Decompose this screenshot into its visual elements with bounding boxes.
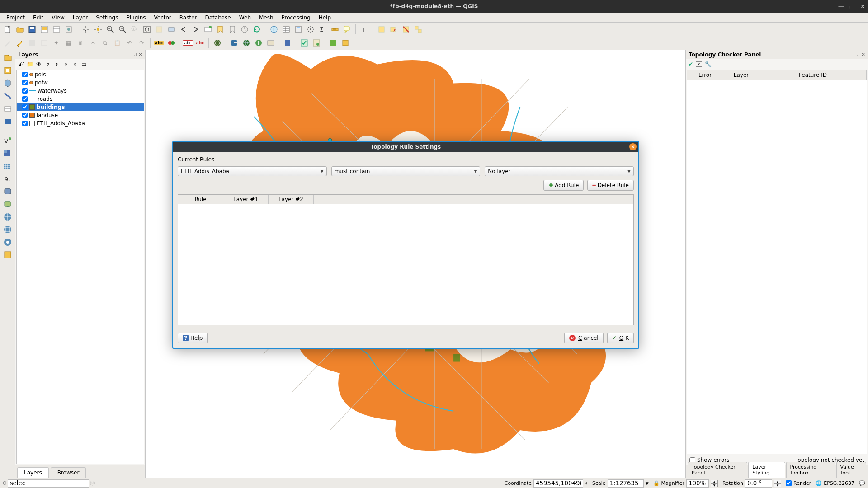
menu-mesh[interactable]: Mesh [255, 14, 277, 22]
layer-row-landuse[interactable]: landuse [17, 111, 144, 119]
statistics-icon[interactable]: Σ [317, 24, 328, 35]
layer-row-pois[interactable]: pois [17, 70, 144, 79]
crs-icon[interactable]: 🌐 [816, 480, 822, 486]
save-project-icon[interactable] [26, 24, 38, 35]
open-project-icon[interactable] [14, 24, 25, 35]
scale-input[interactable] [608, 479, 644, 488]
help-button[interactable]: ?Help [178, 333, 208, 343]
undo-icon[interactable]: ↶ [124, 38, 135, 49]
style-manager-icon[interactable] [63, 24, 74, 35]
menu-database[interactable]: Database [201, 14, 234, 22]
zoom-layer-icon[interactable] [165, 24, 177, 35]
rotation-input[interactable] [745, 479, 772, 488]
new-virtual-layer-icon[interactable] [2, 103, 14, 114]
identify-icon[interactable]: i [268, 24, 279, 35]
crs-label[interactable]: EPSG:32637 [824, 480, 854, 486]
layer-visibility-checkbox[interactable] [22, 88, 28, 94]
delete-selected-icon[interactable]: 🗑 [75, 38, 86, 49]
panel-undock-icon[interactable]: ◱ [132, 52, 137, 57]
magnifier-down-icon[interactable]: ▼ [711, 483, 718, 487]
add-vector-icon[interactable]: V [2, 135, 14, 147]
label-color-icon[interactable] [165, 38, 177, 49]
menu-processing[interactable]: Processing [278, 14, 314, 22]
new-mesh-icon[interactable] [2, 115, 14, 127]
select-features-icon[interactable] [376, 24, 387, 35]
zoom-next-icon[interactable] [190, 24, 201, 35]
new-project-icon[interactable] [2, 24, 13, 35]
topology-checker-icon[interactable] [298, 38, 310, 49]
magnifier-up-icon[interactable]: ▲ [711, 480, 718, 483]
new-print-layout-icon[interactable] [38, 24, 50, 35]
ok-button[interactable]: ✔OK [607, 333, 634, 343]
modify-attributes-icon[interactable]: ▦ [63, 38, 74, 49]
geometry-checker-icon[interactable] [311, 38, 322, 49]
paste-icon[interactable]: 📋 [112, 38, 123, 49]
rotation-up-icon[interactable]: ▲ [774, 480, 781, 483]
plugin-yellow-icon[interactable] [340, 38, 351, 49]
rule-type-select[interactable]: must contain▼ [331, 166, 481, 176]
tab-processing-toolbox[interactable]: Processing Toolbox [786, 462, 835, 478]
add-rule-button[interactable]: ✚Add Rule [543, 180, 584, 191]
topology-results-table[interactable]: Error Layer Feature ID [687, 70, 867, 454]
zoom-selection-icon[interactable] [153, 24, 165, 35]
add-raster-icon[interactable] [2, 148, 14, 160]
plugin-green-icon[interactable] [327, 38, 339, 49]
add-spatialite-icon[interactable] [2, 198, 14, 210]
layout-manager-icon[interactable] [51, 24, 62, 35]
temporal-controller-icon[interactable] [239, 24, 250, 35]
label-strike-icon[interactable]: abc [194, 38, 206, 49]
osm-globe-icon[interactable] [241, 38, 252, 49]
layer-visibility-checkbox[interactable] [22, 104, 28, 110]
tab-layer-styling[interactable]: Layer Styling [748, 462, 785, 478]
new-shapefile-icon[interactable] [2, 77, 14, 89]
layers-expand-icon[interactable]: » [62, 61, 70, 68]
pan-to-selection-icon[interactable] [92, 24, 104, 35]
tc-validate-extent-icon[interactable]: ✔ [696, 61, 702, 67]
plugin-layers-icon[interactable] [282, 38, 293, 49]
tab-topology-checker[interactable]: Topology Checker Panel [688, 462, 747, 478]
menu-view[interactable]: View [48, 14, 68, 22]
plugin-info-icon[interactable]: i [253, 38, 264, 49]
locator-search-icon[interactable]: Q [3, 480, 7, 486]
pan-icon[interactable] [80, 24, 91, 35]
open-attrib-table-icon[interactable] [280, 24, 292, 35]
toggle-editing-icon[interactable] [14, 38, 25, 49]
magnifier-input[interactable] [686, 479, 709, 488]
layers-style-icon[interactable]: 🖌 [17, 61, 24, 68]
zoom-native-icon[interactable]: 1:1 [129, 24, 140, 35]
panel-close-icon[interactable]: ✕ [139, 52, 142, 57]
th-featid[interactable]: Feature ID [760, 70, 867, 80]
scale-dropdown-icon[interactable]: ▼ [646, 481, 649, 486]
show-bookmarks-icon[interactable] [226, 24, 238, 35]
add-wms-icon[interactable] [2, 211, 14, 223]
processing-toolbox-icon[interactable] [305, 24, 316, 35]
copy-icon[interactable]: ⧉ [99, 38, 111, 49]
panel-close-icon[interactable]: ✕ [862, 52, 865, 57]
menu-help[interactable]: Help [315, 14, 335, 22]
plugin-map-icon[interactable] [265, 38, 276, 49]
window-maximize-icon[interactable]: ▢ [849, 3, 855, 10]
new-geopackage-icon[interactable] [2, 65, 14, 76]
add-wcs-icon[interactable] [2, 224, 14, 235]
tc-validate-all-icon[interactable]: ✔ [689, 61, 693, 67]
window-minimize-icon[interactable]: — [838, 3, 844, 10]
vertex-tool-icon[interactable]: ✦ [51, 38, 62, 49]
layer-row-buildings[interactable]: buildings [17, 103, 144, 111]
th-layer[interactable]: Layer [723, 70, 760, 80]
add-feature-icon[interactable] [38, 38, 50, 49]
layers-add-group-icon[interactable]: 📁 [26, 61, 33, 68]
locator-search-input[interactable] [8, 479, 89, 488]
menu-layer[interactable]: Layer [69, 14, 91, 22]
add-postgis-icon[interactable] [2, 186, 14, 197]
add-delimited-icon[interactable]: 9, [2, 173, 14, 185]
select-by-value-icon[interactable]: ε [388, 24, 399, 35]
cancel-button[interactable]: ✕Cancel [564, 333, 604, 343]
deselect-all-icon[interactable] [400, 24, 411, 35]
tc-configure-icon[interactable]: 🔧 [705, 61, 712, 67]
delete-rule-button[interactable]: ━Delete Rule [587, 180, 634, 191]
save-edits-icon[interactable] [26, 38, 38, 49]
new-spatialite-icon[interactable] [2, 90, 14, 102]
menu-project[interactable]: Project [3, 14, 28, 22]
layers-expression-icon[interactable]: ε [53, 61, 61, 68]
field-calculator-icon[interactable] [292, 24, 304, 35]
